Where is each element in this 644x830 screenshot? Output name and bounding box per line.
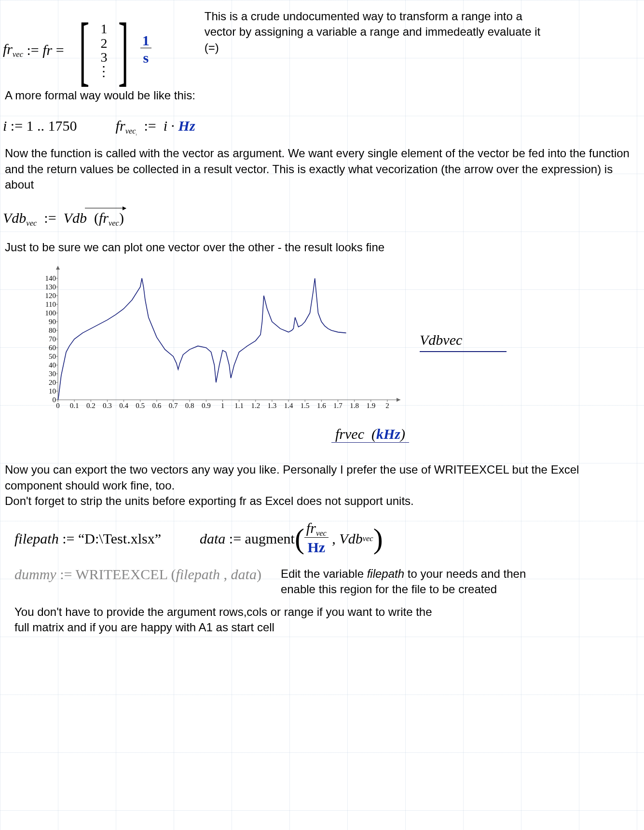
eq-op: =	[52, 42, 68, 58]
eq5-row: dummy := WRITEEXCEL (filepath , data) Ed…	[14, 566, 644, 598]
para-final: You don't have to provide the argument r…	[14, 604, 449, 636]
para-vectorize: Now the function is called with the vect…	[5, 146, 639, 192]
legend-line-icon	[420, 351, 507, 352]
eq1-lhs: frvec := fr = [ 1 2 3 ⋮ ] 1 s	[3, 19, 151, 81]
chart-area: 0102030405060708090100110120130140 00.10…	[0, 265, 644, 419]
eq4: filepath := “D:\Test.xlsx” data := augme…	[14, 521, 644, 557]
vertical-ellipsis-icon: ⋮	[97, 64, 110, 78]
legend: Vdbvec	[420, 332, 507, 352]
eq4-filepath: filepath := “D:\Test.xlsx”	[14, 531, 161, 547]
vectorize-arrow-icon	[85, 208, 126, 208]
unit-1-over-s: 1 s	[140, 33, 151, 67]
chart-x-label: frvec (kHz)	[96, 426, 644, 443]
eq1-row: frvec := fr = [ 1 2 3 ⋮ ] 1 s This is a …	[0, 0, 644, 81]
eq4-data: data := augment ( frvec Hz , Vdbvec )	[200, 521, 383, 557]
eq2-b: frveci := i · Hz	[116, 118, 195, 136]
para-formal-way: A more formal way would be like this:	[5, 88, 639, 103]
eq5-note: Edit the variable filepath to your needs…	[281, 566, 541, 598]
matrix: [ 1 2 3 ⋮ ]	[71, 19, 137, 81]
m-1: 2	[100, 36, 107, 50]
var-frvec: frvec	[3, 41, 23, 59]
svg-marker-2	[397, 398, 400, 402]
eq2: i := 1 .. 1750 frveci := i · Hz	[3, 118, 644, 136]
eq5-disabled: dummy := WRITEEXCEL (filepath , data)	[14, 566, 261, 583]
m-0: 1	[100, 22, 107, 36]
assign-op: :=	[23, 42, 42, 58]
eq2-a: i := 1 .. 1750	[3, 118, 77, 134]
var-fr: fr	[42, 42, 52, 58]
para-export: Now you can export the two vectors any w…	[5, 462, 639, 509]
m-2: 3	[100, 50, 107, 64]
para-plot-check: Just to be sure we can plot one vector o…	[5, 240, 639, 255]
eq1-note: This is a crude undocumented way to tran…	[205, 9, 552, 55]
chart: 0102030405060708090100110120130140 00.10…	[29, 265, 400, 419]
eq3: Vdbvec := Vdb (frvec)	[3, 210, 124, 228]
